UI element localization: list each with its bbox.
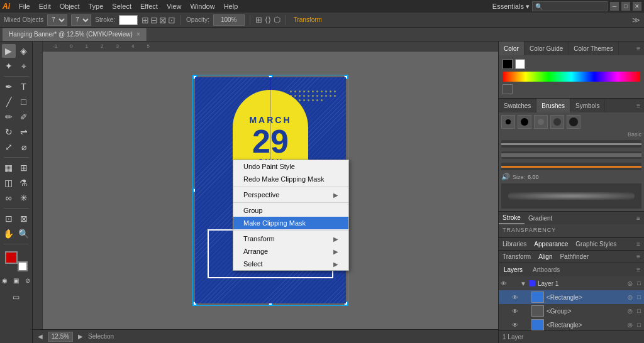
brush-preset-3[interactable] [534,115,548,129]
ctx-undo-paint-style[interactable]: Undo Paint Style [233,160,348,173]
ctx-arrange[interactable]: Arrange ▶ [233,245,348,258]
tab-appearance[interactable]: Appearance [530,238,572,251]
tab-color-themes[interactable]: Color Themes [569,41,619,55]
tab-align[interactable]: Align [535,251,556,263]
blend-tool[interactable]: ∞ [2,191,16,205]
type-tool[interactable]: T [17,80,31,94]
stroke-panel-collapse[interactable]: ≡ [633,215,644,222]
brush-stroke-1[interactable] [501,140,641,148]
panel-toggle-icon[interactable]: ≫ [632,16,640,24]
search-input[interactable] [532,1,608,11]
fill-black-swatch[interactable] [502,59,513,69]
gradient-mode-btn[interactable]: ▣ [11,275,21,285]
close-button[interactable]: ✕ [633,2,641,11]
stroke-color-swatch[interactable] [18,261,28,271]
mesh-tool[interactable]: ⊞ [17,161,31,175]
lasso-tool[interactable]: ⌖ [17,59,31,73]
symbol-tool[interactable]: ✳ [17,191,31,205]
layers-panel-collapse[interactable]: ≡ [633,266,644,273]
menu-select[interactable]: Select [108,1,135,11]
tab-close-button[interactable]: × [136,31,140,38]
zoom-tool[interactable]: 🔍 [17,227,31,241]
width-select[interactable]: 7 [47,14,67,26]
line-tool[interactable]: ╱ [2,95,16,109]
brush-preset-5[interactable] [567,115,580,129]
tab-color-guide[interactable]: Color Guide [525,41,569,55]
minimize-button[interactable]: ─ [610,2,619,11]
menu-file[interactable]: File [15,1,34,11]
layer-visibility-icon[interactable]: 👁 [511,307,519,315]
ctx-perspective[interactable]: Perspective ▶ [233,188,348,201]
color-panel-collapse[interactable]: ≡ [633,45,644,52]
library-panel-collapse[interactable]: ≡ [633,241,644,248]
magic-wand-tool[interactable]: ✦ [2,59,16,73]
pen-tool[interactable]: ✒ [2,80,16,94]
fill-white-swatch[interactable] [515,59,525,69]
layer-select-icon[interactable]: □ [635,321,643,329]
layer-select-icon[interactable]: □ [635,293,643,301]
brush-stroke-2[interactable] [501,151,641,159]
tab-layers[interactable]: Layers [499,263,528,277]
distribute-icon[interactable]: ⊡ [168,15,175,25]
layer-row-rect2[interactable]: 👁 <Rectangle> ◎ □ [499,318,644,330]
menu-view[interactable]: View [163,1,186,11]
layer-lock-icon[interactable] [521,307,529,315]
brush-preset-1[interactable] [501,115,515,129]
screen-mode-btn[interactable]: ▭ [9,290,23,304]
tab-pathfinder[interactable]: Pathfinder [556,251,592,263]
tab-brushes[interactable]: Brushes [536,99,570,112]
layer-visibility-icon[interactable]: 👁 [511,321,519,329]
maximize-button[interactable]: □ [621,2,630,11]
envelope-icon[interactable]: ⬡ [274,15,280,24]
stroke-color[interactable] [119,15,138,25]
opacity-input[interactable]: 100% [213,14,245,26]
hand-tool[interactable]: ✋ [2,227,16,241]
canvas-area[interactable]: -1 0 1 2 3 4 5 [33,41,498,343]
ctx-select[interactable]: Select ▶ [233,258,348,270]
spectrum-bar[interactable] [502,72,640,82]
layer-row-rect1[interactable]: 👁 <Rectangle> ◎ □ [499,290,644,304]
layer-visibility-icon[interactable]: 👁 [511,293,519,301]
pencil-tool[interactable]: ✐ [17,110,31,124]
brush-preset-4[interactable] [550,115,564,129]
tab-stroke[interactable]: Stroke [499,212,525,224]
paintbrush-tool[interactable]: ✏ [2,110,16,124]
fill-color-swatch[interactable] [5,251,18,264]
none-mode-btn[interactable]: ⊘ [23,275,33,285]
brush-preset-2[interactable] [518,115,531,129]
arrange-icon[interactable]: ⊞ [255,15,262,24]
transform-button[interactable]: Transform [291,16,325,23]
layer-row-group[interactable]: 👁 <Group> ◎ □ [499,304,644,318]
menu-effect[interactable]: Effect [136,1,162,11]
tab-symbols[interactable]: Symbols [570,99,605,112]
shape-tool[interactable]: □ [17,95,31,109]
layer-select-icon[interactable]: □ [635,307,643,315]
menu-type[interactable]: Type [85,1,108,11]
column-graph-tool[interactable]: ▦ [2,161,16,175]
tab-swatches[interactable]: Swatches [499,99,536,112]
tab-libraries[interactable]: Libraries [499,238,530,251]
layer-select-icon[interactable]: □ [635,280,643,287]
no-fill-swatch[interactable] [502,84,513,94]
ctx-make-clipping-mask[interactable]: Make Clipping Mask [233,217,348,229]
status-arrow-left[interactable]: ◀ [38,333,43,340]
status-arrow-right[interactable]: ▶ [78,333,83,340]
reflect-tool[interactable]: ⇌ [17,125,31,139]
rotate-tool[interactable]: ↻ [2,125,16,139]
slice-tool[interactable]: ⊠ [17,212,31,226]
layer-target-icon[interactable]: ◎ [626,280,634,287]
align-panel-collapse[interactable]: ≡ [633,253,644,260]
menu-object[interactable]: Object [56,1,84,11]
tab-color[interactable]: Color [499,41,525,55]
tab-transform[interactable]: Transform [499,251,535,263]
direct-selection-tool[interactable]: ◈ [17,44,31,58]
warp-tool[interactable]: ⌀ [17,140,31,154]
brushes-panel-collapse[interactable]: ≡ [633,102,644,109]
layer-target-icon[interactable]: ◎ [626,307,634,315]
tab-graphic-styles[interactable]: Graphic Styles [572,238,620,251]
color-mode-btn[interactable]: ◉ [0,275,10,285]
menu-window[interactable]: Window [187,1,219,11]
tab-artboards[interactable]: Artboards [528,263,565,277]
eyedropper-tool[interactable]: ⚗ [17,176,31,190]
align-left-icon[interactable]: ⊞ [142,15,149,25]
